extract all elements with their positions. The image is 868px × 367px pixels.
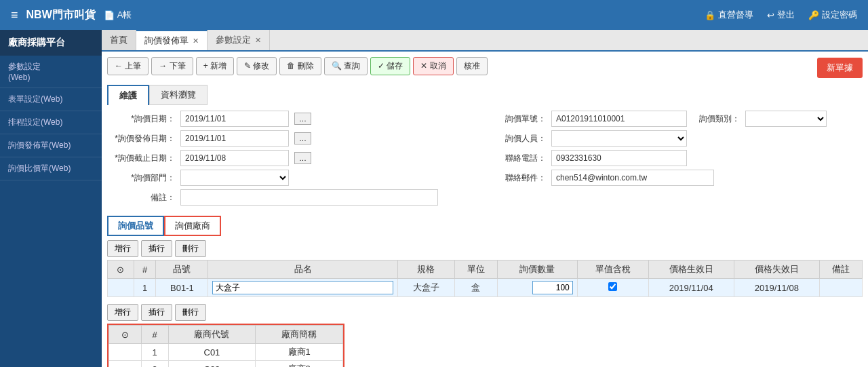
add-button[interactable]: + 新增 bbox=[196, 57, 234, 75]
prev-record-button[interactable]: ← 上筆 bbox=[107, 57, 149, 75]
phone-label: 聯絡電話： bbox=[492, 153, 546, 164]
dept-select[interactable] bbox=[180, 170, 289, 186]
direct-manager-link[interactable]: 🔒 直營督導 bbox=[705, 9, 753, 21]
tab-params-settings-label: 參數設定 bbox=[216, 34, 251, 46]
vendor-table-row-2: 2 C02 廠商2 bbox=[109, 361, 343, 368]
direct-manager-label: 直營督導 bbox=[718, 9, 753, 21]
phone-input[interactable] bbox=[551, 150, 687, 166]
delete-button[interactable]: 🗑 刪除 bbox=[279, 57, 321, 75]
product-tax-checkbox[interactable] bbox=[608, 282, 617, 291]
tab-params-settings-close[interactable]: ✕ bbox=[255, 36, 261, 45]
sub-tab-maintain[interactable]: 維護 bbox=[107, 85, 149, 105]
inquiry-person-label: 詢價人員： bbox=[492, 133, 546, 144]
form-row-inquiry-person: 詢價人員： bbox=[492, 130, 863, 147]
account-label: 📄 A帳 bbox=[104, 9, 132, 21]
new-record-button[interactable]: 新單據 bbox=[817, 58, 863, 78]
next-record-button[interactable]: → 下筆 bbox=[151, 57, 193, 75]
product-row-remark bbox=[819, 279, 862, 297]
product-col-unit: 單位 bbox=[454, 260, 497, 279]
form-section: *詢價日期： … *詢價發佈日期： … *詢價截止日期： … bbox=[107, 111, 863, 209]
publish-date-input[interactable] bbox=[180, 130, 289, 147]
vendor-row1-num: 1 bbox=[141, 344, 168, 361]
section-tabs: 詢價品號 詢價廠商 bbox=[107, 216, 863, 236]
product-row-spec: 大盒子 bbox=[397, 279, 454, 297]
inquiry-number-label: 詢價單號： bbox=[492, 113, 546, 125]
set-password-link[interactable]: 🔑 設定密碼 bbox=[808, 9, 857, 21]
key-icon: 🔑 bbox=[808, 10, 819, 20]
product-col-question: ⊙ bbox=[108, 260, 134, 279]
home-label: 首頁 bbox=[110, 34, 127, 46]
inquiry-vendor-tab[interactable]: 詢價廠商 bbox=[164, 216, 221, 236]
product-qty-input[interactable] bbox=[532, 281, 573, 294]
publish-date-picker-button[interactable]: … bbox=[294, 132, 311, 144]
cancel-button[interactable]: ✕ 取消 bbox=[413, 57, 453, 75]
sub-tab-data-browse[interactable]: 資料瀏覽 bbox=[149, 85, 208, 105]
product-row-qty bbox=[497, 279, 577, 297]
vendor-delete-row-button[interactable]: 刪行 bbox=[175, 304, 206, 321]
tab-home[interactable]: 首頁 bbox=[102, 30, 136, 50]
product-row-check bbox=[108, 279, 134, 297]
form-col-right: 詢價單號： 詢價類別： 詢價人員： bbox=[492, 111, 863, 209]
product-col-tax: 單值含稅 bbox=[577, 260, 648, 279]
product-col-qty: 詢價數量 bbox=[497, 260, 577, 279]
inquiry-date-input[interactable] bbox=[180, 111, 289, 127]
tab-inquiry-publish-close[interactable]: ✕ bbox=[193, 37, 199, 45]
top-bar-right: 🔒 直營督導 ↩ 登出 🔑 設定密碼 bbox=[705, 9, 857, 21]
product-col-spec: 規格 bbox=[397, 260, 454, 279]
form-row-inquiry-date: *詢價日期： … bbox=[107, 111, 478, 127]
product-col-num: # bbox=[134, 260, 156, 279]
sidebar-item-inquiry-publish[interactable]: 詢價發佈單(Web) bbox=[0, 134, 102, 157]
product-row-name bbox=[208, 279, 397, 297]
tab-inquiry-publish[interactable]: 詢價發佈單 ✕ bbox=[136, 30, 208, 50]
sidebar-item-schedule-settings[interactable]: 排程設定(Web) bbox=[0, 111, 102, 134]
product-table-row: 1 B01-1 大盒子 盒 2019/11/04 2019/11/08 bbox=[108, 279, 863, 297]
form-row-publish-date: *詢價發佈日期： … bbox=[107, 130, 478, 147]
inquiry-person-select[interactable] bbox=[551, 130, 687, 147]
vendor-table-row-1: 1 C01 廠商1 bbox=[109, 344, 343, 361]
approve-button[interactable]: 核准 bbox=[456, 57, 488, 75]
search-button[interactable]: 🔍 查詢 bbox=[324, 57, 368, 75]
product-col-remark: 備註 bbox=[819, 260, 862, 279]
email-input[interactable] bbox=[551, 170, 714, 186]
hamburger-icon[interactable]: ≡ bbox=[11, 8, 18, 22]
inquiry-product-tab[interactable]: 詢價品號 bbox=[107, 216, 164, 236]
deadline-date-picker-button[interactable]: … bbox=[294, 152, 311, 164]
logout-icon: ↩ bbox=[767, 10, 774, 20]
page-content: ← 上筆 → 下筆 + 新增 ✎ 修改 🗑 刪除 🔍 查詢 ✓ 儲存 ✕ 取消 … bbox=[102, 52, 868, 367]
sidebar-item-params-web[interactable]: 參數設定(Web) bbox=[0, 56, 102, 88]
content-area: 首頁 詢價發佈單 ✕ 參數設定 ✕ ← 上筆 → 下筆 + 新增 ✎ 修改 🗑 … bbox=[102, 30, 868, 367]
sidebar-title: 廠商採購平台 bbox=[0, 30, 102, 56]
logout-link[interactable]: ↩ 登出 bbox=[767, 9, 795, 21]
product-row-expiry: 2019/11/08 bbox=[734, 279, 819, 297]
inquiry-class-select[interactable] bbox=[745, 111, 827, 127]
inquiry-class-label: 詢價類別： bbox=[692, 113, 740, 125]
save-button[interactable]: ✓ 儲存 bbox=[370, 57, 410, 75]
product-delete-row-button[interactable]: 刪行 bbox=[175, 240, 206, 257]
inquiry-number-input[interactable] bbox=[551, 111, 687, 127]
product-row-unit: 盒 bbox=[454, 279, 497, 297]
form-row-deadline-date: *詢價截止日期： … bbox=[107, 150, 478, 166]
tab-params-settings[interactable]: 參數設定 ✕ bbox=[208, 30, 270, 50]
product-add-row-button[interactable]: 增行 bbox=[107, 240, 138, 257]
form-row-inquiry-number: 詢價單號： 詢價類別： bbox=[492, 111, 863, 127]
edit-button[interactable]: ✎ 修改 bbox=[237, 57, 277, 75]
product-col-name: 品名 bbox=[208, 260, 397, 279]
product-name-input[interactable] bbox=[212, 281, 393, 294]
sidebar-item-inquiry-compare[interactable]: 詢價比價單(Web) bbox=[0, 157, 102, 180]
inquiry-date-picker-button[interactable]: … bbox=[294, 113, 311, 125]
deadline-date-input[interactable] bbox=[180, 150, 289, 166]
app-title: NBW門市叫貨 bbox=[26, 8, 96, 22]
deadline-date-label: *詢價截止日期： bbox=[107, 153, 175, 164]
remark-input[interactable] bbox=[180, 189, 438, 206]
product-row-code: B01-1 bbox=[156, 279, 208, 297]
toolbar: ← 上筆 → 下筆 + 新增 ✎ 修改 🗑 刪除 🔍 查詢 ✓ 儲存 ✕ 取消 … bbox=[107, 57, 488, 75]
vendor-col-name: 廠商簡稱 bbox=[256, 326, 343, 344]
vendor-add-row-button[interactable]: 增行 bbox=[107, 304, 138, 321]
vendor-insert-row-button[interactable]: 插行 bbox=[141, 304, 172, 321]
product-col-expiry: 價格失效日 bbox=[734, 260, 819, 279]
vendor-table-wrapper: ⊙ # 廠商代號 廠商簡稱 1 C01 廠商1 bbox=[107, 324, 344, 367]
vendor-col-code: 廠商代號 bbox=[168, 326, 256, 344]
form-cols: *詢價日期： … *詢價發佈日期： … *詢價截止日期： … bbox=[107, 111, 863, 209]
sidebar-item-form-settings[interactable]: 表單設定(Web) bbox=[0, 88, 102, 111]
product-insert-row-button[interactable]: 插行 bbox=[141, 240, 172, 257]
